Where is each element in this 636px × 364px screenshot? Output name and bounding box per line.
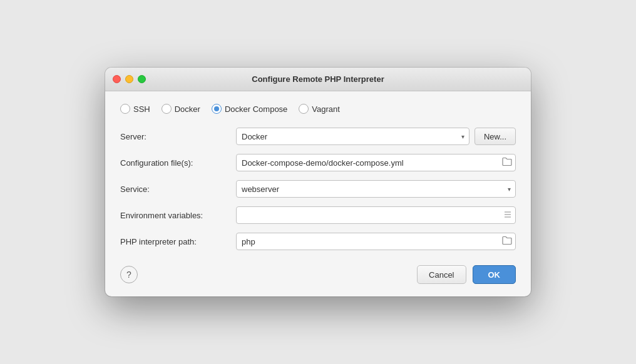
minimize-button[interactable] (125, 75, 133, 83)
env-vars-label: Environment variables: (120, 211, 236, 220)
service-select[interactable]: webserver (236, 180, 516, 198)
window-title: Configure Remote PHP Interpreter (252, 74, 384, 84)
radio-vagrant-label: Vagrant (312, 104, 340, 114)
traffic-lights (113, 75, 146, 83)
config-files-label: Configuration file(s): (120, 158, 236, 168)
server-select-container: Docker ▾ (236, 128, 469, 145)
titlebar: Configure Remote PHP Interpreter (105, 68, 531, 91)
radio-docker-label: Docker (175, 104, 200, 114)
ok-button[interactable]: OK (473, 265, 516, 284)
radio-option-ssh[interactable]: SSH (120, 104, 150, 114)
php-path-row: PHP interpreter path: (120, 233, 516, 250)
env-vars-wrapper (236, 206, 516, 224)
php-path-input[interactable] (236, 233, 516, 250)
radio-ssh-label: SSH (133, 104, 150, 114)
radio-option-docker-compose[interactable]: Docker Compose (212, 104, 287, 114)
dialog-content: SSH Docker Docker Compose Vagrant Server… (105, 91, 531, 296)
radio-option-vagrant[interactable]: Vagrant (299, 104, 340, 114)
server-select-wrapper: Docker ▾ New... (236, 128, 516, 145)
help-button[interactable]: ? (120, 266, 138, 283)
php-path-wrapper (236, 233, 516, 250)
env-vars-row: Environment variables: (120, 206, 516, 224)
radio-ssh[interactable] (120, 104, 130, 114)
connection-type-group: SSH Docker Docker Compose Vagrant (120, 104, 516, 114)
radio-docker-compose[interactable] (212, 104, 222, 114)
dialog-buttons: Cancel OK (417, 265, 516, 284)
server-row: Server: Docker ▾ New... (120, 128, 516, 145)
radio-docker-compose-label: Docker Compose (225, 104, 287, 114)
dialog-window: Configure Remote PHP Interpreter SSH Doc… (105, 68, 531, 296)
config-files-input[interactable] (236, 154, 516, 171)
radio-option-docker[interactable]: Docker (162, 104, 200, 114)
radio-vagrant[interactable] (299, 104, 309, 114)
server-select[interactable]: Docker (236, 128, 469, 145)
maximize-button[interactable] (138, 75, 146, 83)
service-select-container: webserver ▾ (236, 180, 516, 198)
bottom-actions: ? Cancel OK (120, 265, 516, 284)
php-path-label: PHP interpreter path: (120, 237, 236, 246)
close-button[interactable] (113, 75, 121, 83)
env-vars-input[interactable] (236, 206, 516, 224)
new-button[interactable]: New... (474, 128, 516, 145)
cancel-button[interactable]: Cancel (417, 265, 466, 284)
server-label: Server: (120, 132, 236, 141)
config-files-row: Configuration file(s): (120, 154, 516, 171)
server-field: Docker ▾ New... (236, 128, 516, 145)
config-files-wrapper (236, 154, 516, 171)
radio-docker[interactable] (162, 104, 172, 114)
service-row: Service: webserver ▾ (120, 180, 516, 198)
service-label: Service: (120, 185, 236, 194)
